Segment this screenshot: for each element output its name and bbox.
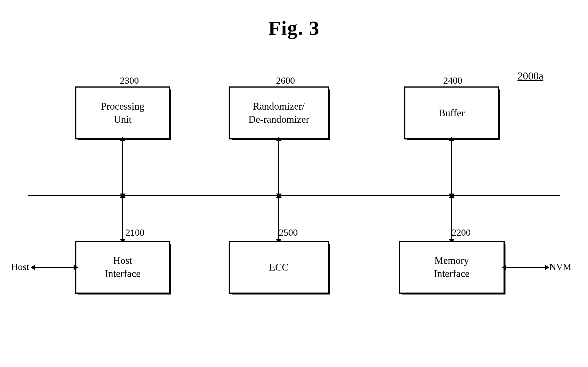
nvm-arrow xyxy=(505,267,546,268)
randomizer-label: Randomizer/ De-randomizer xyxy=(248,100,309,126)
ref-2400-label: 2400 xyxy=(443,75,462,86)
memory-interface-label: Memory Interface xyxy=(434,254,470,280)
host-interface-block: Host Interface xyxy=(75,241,170,294)
bus-line xyxy=(28,195,560,196)
ref-2500-label: 2500 xyxy=(279,227,298,238)
processing-unit-block: Processing Unit xyxy=(75,86,170,139)
host-arrow xyxy=(33,267,75,268)
diagram: 2000a 2300 Processing Unit 2600 Randomiz… xyxy=(0,61,588,367)
ref-2300-label: 2300 xyxy=(120,75,139,86)
ref-2600-label: 2600 xyxy=(276,75,295,86)
arrow-host-interface xyxy=(122,196,123,241)
page-title: Fig. 3 xyxy=(0,0,588,40)
nvm-label: NVM xyxy=(549,262,571,272)
host-interface-label: Host Interface xyxy=(105,254,141,280)
buffer-block: Buffer xyxy=(404,86,499,139)
ecc-label: ECC xyxy=(269,261,289,274)
ref-2200-label: 2200 xyxy=(452,227,471,238)
arrow-processing-unit xyxy=(122,139,123,195)
ref-2100-label: 2100 xyxy=(125,227,144,238)
buffer-label: Buffer xyxy=(439,107,464,120)
host-label: Host xyxy=(11,262,29,272)
processing-unit-label: Processing Unit xyxy=(101,100,144,126)
arrow-randomizer xyxy=(278,139,279,195)
ref-2000a-label: 2000a xyxy=(517,70,543,82)
arrow-buffer xyxy=(451,139,452,195)
ecc-block: ECC xyxy=(229,241,329,294)
randomizer-block: Randomizer/ De-randomizer xyxy=(229,86,329,139)
memory-interface-block: Memory Interface xyxy=(399,241,505,294)
